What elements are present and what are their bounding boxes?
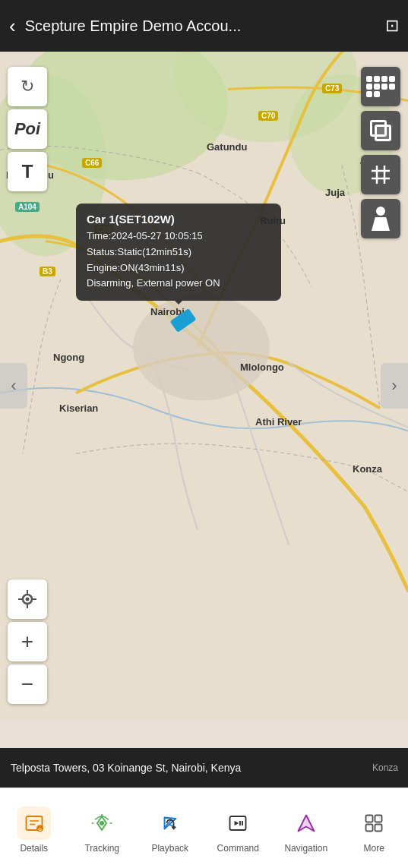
more-icon <box>362 812 385 835</box>
nav-label-tracking: Tracking <box>84 843 119 854</box>
svg-rect-30 <box>375 815 382 822</box>
svg-rect-29 <box>366 815 373 822</box>
info-card-status: Status:Static(12min51s) <box>87 245 270 260</box>
nav-label-command: Command <box>217 843 259 854</box>
svg-rect-31 <box>366 824 373 831</box>
zoom-out-button[interactable]: − <box>8 664 47 704</box>
tracking-icon-wrap <box>85 806 119 840</box>
nav-label-details: Details <box>20 843 48 854</box>
svg-text:G: G <box>38 826 42 831</box>
svg-point-5 <box>133 295 270 401</box>
playback-icon-wrap <box>153 806 187 840</box>
person-button[interactable] <box>361 199 400 238</box>
status-label: Status: <box>87 246 117 257</box>
location-button[interactable] <box>8 579 47 619</box>
nav-item-command[interactable]: Command <box>204 788 273 868</box>
more-icon-wrap <box>357 806 391 840</box>
back-button[interactable]: ‹ <box>9 16 16 36</box>
poi-button[interactable]: Poi <box>8 109 47 149</box>
header: ‹ Scepture Empire Demo Accou... ⊡ <box>0 0 408 52</box>
info-card-engine: Engine:ON(43min11s) <box>87 260 270 276</box>
nav-label-playback: Playback <box>151 843 188 854</box>
svg-point-21 <box>100 821 104 825</box>
next-arrow[interactable]: › <box>381 363 408 409</box>
header-title: Scepture Empire Demo Accou... <box>25 17 385 35</box>
details-icon: G <box>23 812 46 835</box>
refresh-button[interactable]: ↻ <box>8 67 47 106</box>
engine-label: Engine: <box>87 262 120 273</box>
address-overflow: Konza <box>362 748 408 788</box>
bottom-navigation: G Details Tracking <box>0 788 408 868</box>
time-value: 2024-05-27 10:05:15 <box>111 230 203 241</box>
address-bar: Telposta Towers, 03 Koinange St, Nairobi… <box>0 748 408 788</box>
map-container[interactable]: Nairobi Thika Ruiru Juja Ngong Kiserian … <box>0 52 408 719</box>
grid-button[interactable] <box>361 155 400 194</box>
info-card-time: Time:2024-05-27 10:05:15 <box>87 229 270 245</box>
map-right-controls <box>361 67 400 238</box>
svg-point-15 <box>26 598 30 601</box>
nav-label-navigation: Navigation <box>284 843 327 854</box>
nav-item-tracking[interactable]: Tracking <box>68 788 137 868</box>
info-card[interactable]: Car 1(SET102W) Time:2024-05-27 10:05:15 … <box>76 204 281 301</box>
map-left-controls: ↻ Poi T <box>8 67 47 191</box>
map-bottom-controls: + − <box>8 579 47 704</box>
svg-marker-24 <box>235 821 239 825</box>
nav-item-details[interactable]: G Details <box>0 788 68 868</box>
zoom-in-button[interactable]: + <box>8 622 47 661</box>
time-label: Time: <box>87 230 111 241</box>
prev-arrow[interactable]: ‹ <box>0 363 27 409</box>
command-icon-wrap <box>221 806 255 840</box>
text-tool-button[interactable]: T <box>8 152 47 191</box>
nav-item-more[interactable]: More <box>340 788 409 868</box>
navigation-icon <box>295 812 318 835</box>
nav-item-navigation[interactable]: Navigation <box>272 788 340 868</box>
expand-button[interactable]: ⊡ <box>385 16 399 36</box>
layers-button[interactable] <box>361 111 400 150</box>
navigation-icon-wrap <box>289 806 323 840</box>
nav-item-playback[interactable]: Playback <box>136 788 204 868</box>
info-card-title: Car 1(SET102W) <box>87 213 270 226</box>
info-card-extra: Disarming, External power ON <box>87 276 270 292</box>
command-icon <box>226 812 249 835</box>
playback-icon <box>159 812 182 835</box>
svg-marker-22 <box>171 826 176 830</box>
nav-label-more: More <box>364 843 384 854</box>
details-icon-wrap: G <box>17 806 51 840</box>
svg-marker-28 <box>298 815 314 831</box>
tracking-icon <box>90 812 113 835</box>
status-value: Static(12min51s) <box>117 246 191 257</box>
address-text: Telposta Towers, 03 Koinange St, Nairobi… <box>11 762 378 774</box>
svg-rect-32 <box>375 824 382 831</box>
engine-value: ON(43min11s) <box>120 262 185 273</box>
tiles-button[interactable] <box>361 67 400 106</box>
